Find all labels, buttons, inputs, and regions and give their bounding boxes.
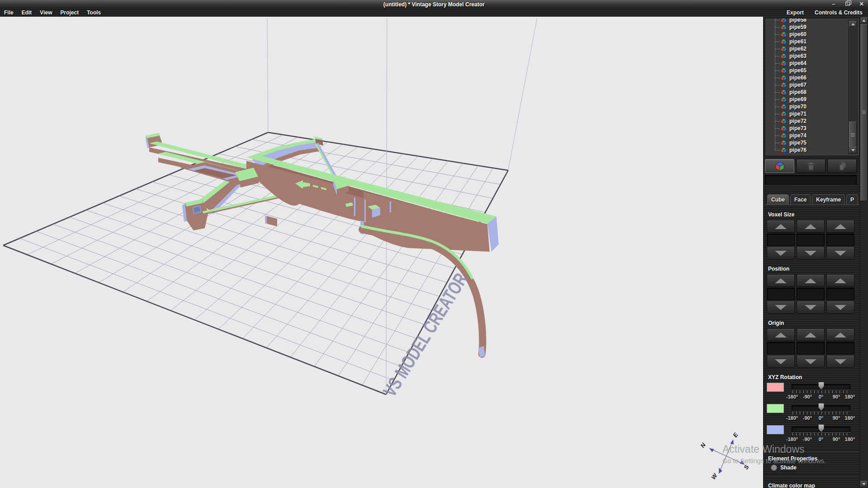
tree-item-label: pipe72 (789, 118, 807, 124)
tree-item[interactable]: pipe69 (765, 96, 859, 103)
tab-p[interactable]: P (846, 194, 858, 205)
rotation-tick-label: -180° (786, 415, 798, 421)
y-value-input[interactable] (797, 234, 825, 246)
tree-item[interactable]: pipe66 (765, 74, 859, 81)
x-value-input[interactable] (767, 288, 795, 300)
increment-z-button[interactable] (826, 220, 854, 233)
increment-y-button[interactable] (797, 328, 825, 341)
cube-icon (781, 111, 787, 117)
compass-label-e: E (731, 432, 739, 439)
panel-scrollbar[interactable] (860, 17, 868, 488)
axis-color-swatch[interactable] (767, 404, 784, 413)
cube-icon (781, 147, 787, 153)
decrement-y-button[interactable] (797, 355, 825, 368)
add-cube-button[interactable] (765, 159, 794, 173)
increment-y-button[interactable] (797, 220, 825, 233)
decrement-x-button[interactable] (767, 301, 795, 314)
increment-z-button[interactable] (826, 328, 854, 341)
decrement-z-button[interactable] (826, 301, 854, 314)
tree-item[interactable]: pipe59 (765, 23, 859, 31)
tree-scrollbar[interactable] (848, 20, 858, 154)
tree-connector (775, 63, 780, 64)
tree-item[interactable]: pipe64 (765, 60, 859, 67)
z-value-input[interactable] (826, 288, 854, 300)
rotation-tick-label: 180° (845, 394, 855, 399)
tree-scroll-up-icon[interactable] (849, 21, 857, 27)
x-value-input[interactable] (767, 234, 795, 246)
panel-scroll-up-icon[interactable] (860, 17, 868, 23)
decrement-y-button[interactable] (797, 247, 825, 259)
tree-scroll-down-icon[interactable] (849, 147, 857, 153)
cube-icon (781, 133, 787, 139)
tree-item[interactable]: pipe73 (765, 125, 859, 132)
increment-y-button[interactable] (797, 274, 825, 287)
tree-connector (775, 121, 780, 122)
tree-item[interactable]: pipe65 (765, 67, 859, 74)
spinner-section: Origin (764, 320, 860, 368)
decrement-x-button[interactable] (767, 355, 795, 368)
tree-item[interactable]: pipe74 (765, 132, 859, 139)
decrement-z-button[interactable] (826, 247, 854, 259)
tree-item[interactable]: pipe75 (765, 139, 859, 146)
axis-color-swatch[interactable] (767, 383, 784, 392)
3d-viewport[interactable]: N E S W VS MODEL CREATOR (0, 17, 763, 488)
z-value-input[interactable] (826, 234, 854, 246)
tree-item[interactable]: pipe70 (765, 103, 859, 110)
x-value-input[interactable] (767, 342, 795, 354)
cube-icon (781, 61, 787, 66)
section-title: Position (768, 266, 860, 272)
tree-item[interactable]: pipe68 (765, 89, 859, 96)
tree-item[interactable]: pipe61 (765, 38, 859, 45)
menu-tools[interactable]: Tools (83, 9, 105, 16)
y-value-input[interactable] (797, 288, 825, 300)
decrement-z-button[interactable] (826, 355, 854, 368)
decrement-x-button[interactable] (767, 247, 795, 259)
shade-checkbox[interactable] (771, 465, 777, 471)
scene-canvas[interactable]: N E S W (0, 17, 763, 488)
cube-icon (781, 32, 787, 38)
menu-view[interactable]: View (36, 9, 56, 16)
increment-x-button[interactable] (767, 274, 795, 287)
tab-face[interactable]: Face (790, 194, 811, 205)
increment-z-button[interactable] (826, 274, 854, 287)
tree-connector (775, 85, 780, 85)
panel-scroll-down-icon[interactable] (860, 481, 868, 487)
duplicate-element-button[interactable] (827, 159, 857, 173)
tree-item[interactable]: pipe62 (765, 45, 859, 52)
tree-item[interactable]: pipe63 (765, 52, 859, 60)
y-value-input[interactable] (797, 342, 825, 354)
menu-project[interactable]: Project (56, 9, 83, 16)
close-icon[interactable]: ✕ (858, 0, 865, 7)
tree-item[interactable]: pipe72 (765, 117, 859, 125)
rotation-tick-labels: -180°-90°0°90°180° (764, 415, 859, 422)
z-value-input[interactable] (826, 342, 854, 354)
panel-scroll-thumb[interactable] (860, 24, 868, 201)
axis-color-swatch[interactable] (767, 425, 784, 434)
tree-item[interactable]: pipe58 (765, 18, 859, 23)
increment-x-button[interactable] (767, 328, 795, 341)
tree-item[interactable]: pipe60 (765, 31, 859, 38)
increment-x-button[interactable] (767, 220, 795, 233)
restore-icon[interactable] (844, 0, 851, 7)
tree-item[interactable]: pipe76 (765, 146, 859, 154)
tree-item[interactable]: pipe67 (765, 81, 859, 89)
element-name-input[interactable] (765, 175, 857, 185)
tree-connector (775, 128, 780, 129)
compass-label-w: W (710, 472, 719, 481)
rotation-tick-label: 0° (819, 415, 824, 421)
menu-edit[interactable]: Edit (18, 9, 36, 16)
spinner-section: Voxel Size (764, 211, 860, 259)
menu-controls-credits[interactable]: Controls & Credits (809, 9, 868, 16)
menu-file[interactable]: File (0, 9, 18, 16)
decrement-y-button[interactable] (797, 301, 825, 314)
delete-element-button[interactable] (796, 159, 826, 173)
tree-item[interactable]: pipe71 (765, 110, 859, 117)
right-panel: pipe58 pipe59 pipe60 pipe61 (763, 17, 868, 488)
menu-export[interactable]: Export (781, 9, 809, 16)
tree-connector (775, 143, 780, 143)
tab-cube[interactable]: Cube (767, 194, 789, 205)
minimize-icon[interactable]: – (830, 0, 837, 7)
cube-icon (781, 18, 787, 23)
tree-scroll-thumb[interactable] (849, 122, 857, 149)
tab-keyframe[interactable]: Keyframe (812, 194, 845, 205)
